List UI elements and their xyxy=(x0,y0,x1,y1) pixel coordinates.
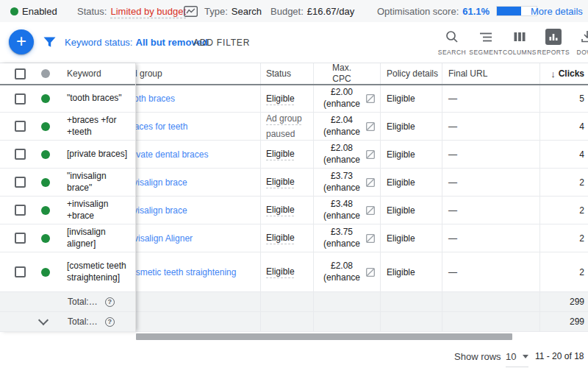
clicks-value: 2 xyxy=(579,267,584,277)
campaign-type: Type: Search xyxy=(204,0,262,22)
policy-status: Eligible xyxy=(387,233,415,244)
add-filter-button[interactable]: ADD FILTER xyxy=(193,22,250,63)
more-details-label: More details xyxy=(531,6,583,17)
column-header-final-url[interactable]: Final URL xyxy=(442,63,540,84)
chevron-down-icon xyxy=(38,315,49,325)
panel-header-row: Keyword xyxy=(0,63,135,85)
max-cpc-value[interactable]: £3.75 (enhance xyxy=(320,227,363,250)
ad-group-link[interactable]: cosmetic teeth straightening xyxy=(126,267,236,277)
row-checkbox[interactable] xyxy=(15,93,26,105)
sort-descending-icon: ↓ xyxy=(551,68,556,79)
keyword-status-value[interactable]: Eligible xyxy=(266,91,295,106)
bid-strategy-icon xyxy=(365,93,376,105)
horizontal-scrollbar-thumb[interactable] xyxy=(136,333,512,340)
reports-icon xyxy=(545,29,562,45)
select-all-checkbox[interactable] xyxy=(15,68,26,79)
campaign-summary-bar: Enabled Status: Limited by budget Type: … xyxy=(0,0,588,23)
columns-button[interactable]: COLUMNS xyxy=(503,29,537,56)
help-icon[interactable]: ? xyxy=(105,317,115,327)
expand-totals-control[interactable] xyxy=(38,316,49,327)
search-icon xyxy=(445,29,459,45)
max-cpc-value[interactable]: £2.08 (enhance xyxy=(320,261,363,283)
bid-strategy-icon xyxy=(365,233,376,244)
keyword-status-value[interactable]: Eligible xyxy=(266,174,295,189)
final-url-value: — xyxy=(448,93,457,104)
keyword-enabled-dot xyxy=(41,234,50,243)
column-header-ad-group[interactable]: Ad group xyxy=(126,63,261,84)
status-value[interactable]: Limited by budget xyxy=(110,6,186,17)
frozen-keyword-panel: Keyword "tooth braces" +braces +for +tee… xyxy=(0,63,136,332)
policy-status: Eligible xyxy=(387,267,415,277)
column-header-status[interactable]: Status xyxy=(261,63,314,84)
bid-strategy-icon xyxy=(365,121,376,132)
row-checkbox[interactable] xyxy=(15,121,26,132)
campaign-enabled-control[interactable]: Enabled xyxy=(10,0,57,22)
google-ads-keywords-page: Enabled Status: Limited by budget Type: … xyxy=(0,0,588,368)
bid-strategy-icon xyxy=(365,177,376,188)
more-details-link[interactable]: More details xyxy=(531,0,588,22)
status-dot-header xyxy=(41,69,50,78)
clicks-value: 2 xyxy=(579,177,584,188)
keyword-status-filter-chip[interactable]: Keyword status: All but removed xyxy=(65,22,208,63)
optimisation-score: Optimisation score: 61.1% xyxy=(377,0,537,22)
keyword-status-value[interactable]: Eligible xyxy=(266,264,295,279)
search-button[interactable]: SEARCH xyxy=(435,29,469,56)
max-cpc-value[interactable]: £2.00 (enhance xyxy=(320,87,363,110)
add-keyword-button[interactable]: + xyxy=(9,29,34,54)
enabled-label: Enabled xyxy=(22,6,57,17)
keyword-enabled-dot xyxy=(41,122,50,131)
keyword-text: [cosmetic teeth straightening] xyxy=(67,261,132,283)
download-button[interactable]: DOWN xyxy=(570,29,588,56)
bid-strategy-icon xyxy=(365,266,376,278)
segment-button[interactable]: SEGMENT xyxy=(469,29,503,56)
max-cpc-value[interactable]: £3.48 (enhance xyxy=(320,199,363,222)
panel-total-row: Total:… ? xyxy=(0,312,135,332)
column-header-policy[interactable]: Policy details xyxy=(381,63,442,84)
max-cpc-value[interactable]: £2.08 (enhance xyxy=(320,143,363,166)
row-checkbox[interactable] xyxy=(15,266,26,277)
total-clicks-value: 299 xyxy=(570,297,584,307)
bid-strategy-icon xyxy=(365,149,376,160)
row-checkbox[interactable] xyxy=(15,233,26,244)
row-checkbox[interactable] xyxy=(15,205,26,216)
funnel-icon xyxy=(43,37,56,47)
max-cpc-value[interactable]: £3.73 (enhance xyxy=(320,171,363,194)
policy-status: Eligible xyxy=(387,121,415,132)
budget-value: £16.67/day xyxy=(307,6,354,17)
status-chart-icon[interactable] xyxy=(184,0,198,22)
campaign-budget[interactable]: Budget: £16.67/day xyxy=(270,0,354,22)
clicks-value: 4 xyxy=(579,121,584,132)
download-icon xyxy=(580,29,588,45)
column-header-max-cpc[interactable]: Max. CPC xyxy=(314,63,381,84)
max-cpc-value[interactable]: £2.04 (enhance xyxy=(320,115,363,138)
panel-row: [invisalign aligner] xyxy=(0,224,135,252)
row-checkbox[interactable] xyxy=(15,177,26,188)
column-header-keyword[interactable]: Keyword xyxy=(67,68,101,79)
row-checkbox[interactable] xyxy=(15,149,26,160)
ad-group-link[interactable]: Invisalign Aligner xyxy=(126,233,193,244)
budget-label: Budget: xyxy=(270,6,304,17)
keyword-status-value[interactable]: Ad group paused xyxy=(266,113,310,140)
policy-status: Eligible xyxy=(387,149,415,160)
panel-row: "tooth braces" xyxy=(0,85,135,113)
final-url-value: — xyxy=(448,149,457,160)
table-actions-group: SEARCH SEGMENT xyxy=(435,29,588,56)
column-header-clicks[interactable]: ↓ Clicks xyxy=(540,63,588,84)
keyword-status-filter-label: Keyword status: xyxy=(65,37,133,48)
panel-row: +braces +for +teeth xyxy=(0,113,135,141)
table-toolbar: + Keyword status: All but removed ADD FI… xyxy=(0,22,588,63)
reports-button[interactable]: REPORTS xyxy=(537,29,570,56)
keyword-status-value[interactable]: Eligible xyxy=(266,202,295,217)
keyword-status-value[interactable]: Eligible xyxy=(266,146,295,161)
clicks-value: 2 xyxy=(579,233,584,244)
panel-row: "invisalign brace" xyxy=(0,169,135,197)
help-icon[interactable]: ? xyxy=(105,297,115,307)
show-rows-select[interactable]: 10 xyxy=(506,351,528,367)
filter-icon[interactable] xyxy=(43,37,56,50)
keyword-status-value[interactable]: Eligible xyxy=(266,230,295,245)
ad-group-link[interactable]: private dental braces xyxy=(126,149,208,160)
keyword-enabled-dot xyxy=(41,178,50,187)
keyword-text: "tooth braces" xyxy=(67,93,132,105)
type-label: Type: xyxy=(204,6,228,17)
keyword-enabled-dot xyxy=(41,268,50,277)
